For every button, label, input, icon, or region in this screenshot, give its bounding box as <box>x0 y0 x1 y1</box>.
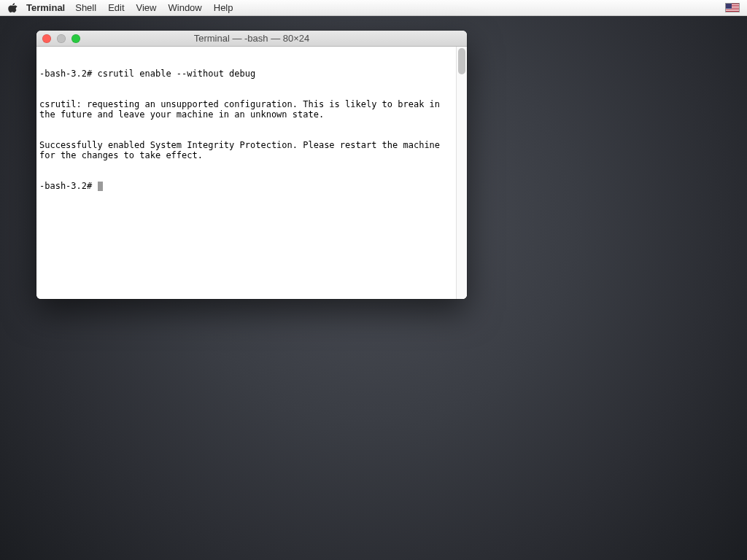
cursor-icon <box>98 182 103 191</box>
menubar: Terminal Shell Edit View Window Help <box>0 0 747 16</box>
menu-window[interactable]: Window <box>169 2 202 13</box>
terminal-output[interactable]: -bash-3.2# csrutil enable --without debu… <box>36 47 456 299</box>
zoom-button[interactable] <box>71 34 80 43</box>
app-name[interactable]: Terminal <box>26 2 65 13</box>
window-title: Terminal — -bash — 80×24 <box>36 33 467 44</box>
menu-edit[interactable]: Edit <box>108 2 124 13</box>
terminal-line: Successfully enabled System Integrity Pr… <box>39 140 453 160</box>
terminal-line: csrutil: requesting an unsupported confi… <box>39 99 453 120</box>
terminal-window: Terminal — -bash — 80×24 -bash-3.2# csru… <box>36 31 467 299</box>
menu-view[interactable]: View <box>136 2 157 13</box>
terminal-line: -bash-3.2# csrutil enable --without debu… <box>39 69 453 79</box>
traffic-lights <box>36 34 80 43</box>
close-button[interactable] <box>42 34 51 43</box>
input-source-flag-icon[interactable] <box>725 3 740 12</box>
minimize-button[interactable] <box>57 34 66 43</box>
scrollbar[interactable] <box>456 47 467 299</box>
apple-menu-icon[interactable] <box>7 3 18 13</box>
terminal-prompt: -bash-3.2# <box>39 181 453 191</box>
terminal-body[interactable]: -bash-3.2# csrutil enable --without debu… <box>36 47 467 299</box>
titlebar[interactable]: Terminal — -bash — 80×24 <box>36 31 467 47</box>
menu-help[interactable]: Help <box>214 2 233 13</box>
scrollbar-thumb[interactable] <box>458 48 465 74</box>
menu-shell[interactable]: Shell <box>75 2 96 13</box>
